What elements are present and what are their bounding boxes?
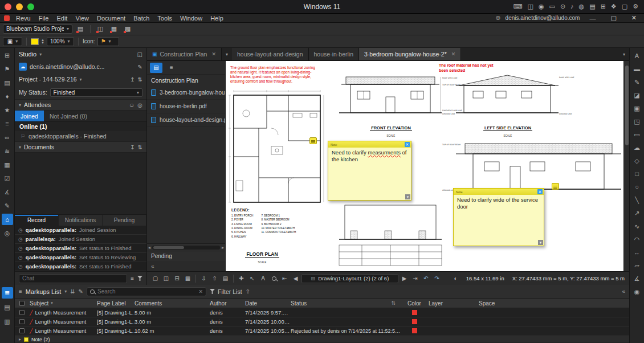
- close-tab-icon[interactable]: ✕: [211, 51, 216, 57]
- menu-document[interactable]: Document: [93, 15, 129, 22]
- menu-revu[interactable]: Revu: [12, 15, 35, 22]
- menu-help[interactable]: Help: [206, 15, 227, 22]
- session-file-row[interactable]: house-in-berlin.pdf: [147, 100, 225, 113]
- red-annotation-roof[interactable]: The roof material has not yet been selec…: [439, 63, 503, 74]
- my-tools-icon[interactable]: ★: [2, 104, 13, 116]
- network-icon[interactable]: ❖: [611, 3, 617, 10]
- column-page-label[interactable]: Page Label: [97, 300, 134, 307]
- record-row[interactable]: ◷qadesktopparallels:Set status to Finish…: [15, 262, 146, 271]
- undo-icon[interactable]: ↶: [421, 273, 431, 284]
- thumbnails-icon[interactable]: ⊞: [2, 50, 13, 61]
- column-space[interactable]: Space: [479, 300, 629, 307]
- panel-menu-icon[interactable]: ≡: [19, 288, 22, 295]
- note-anchor-icon[interactable]: [309, 137, 317, 144]
- collapse-panel-icon[interactable]: «: [147, 261, 225, 271]
- select-all-checkbox[interactable]: [19, 301, 25, 306]
- pending-section[interactable]: Pending: [147, 251, 225, 261]
- document-list-icon[interactable]: ▤: [150, 63, 162, 73]
- markup-row[interactable]: ╱Length Measurement[5] Drawing1-L...10.6…: [15, 326, 629, 336]
- filter-settings-icon[interactable]: ≡: [165, 63, 178, 73]
- search-icon[interactable]: ◎: [2, 227, 13, 239]
- column-color[interactable]: Color: [400, 300, 429, 307]
- document-tab[interactable]: ▣Construction Plan✕: [147, 48, 222, 60]
- polygon-tool-icon[interactable]: ◇: [631, 155, 643, 166]
- column-status[interactable]: Status⇅: [291, 300, 400, 307]
- attendees-header[interactable]: ▾ Attendees ☺ ◎: [15, 99, 146, 111]
- sort-documents-icon[interactable]: ⇅: [138, 144, 142, 150]
- account-email[interactable]: denis.ainetdinov@alludo.com: [506, 15, 580, 21]
- menu-file[interactable]: File: [35, 15, 53, 22]
- markup-row[interactable]: ╱Length Measurement[5] Drawing1-L...5.00…: [15, 308, 629, 317]
- polyline-tool-icon[interactable]: ∿: [631, 220, 643, 232]
- record-row[interactable]: ◷qadesktopparallels:Set status to Finish…: [15, 244, 146, 253]
- arc-tool-icon[interactable]: ◠: [631, 234, 643, 245]
- invite-attendee-icon[interactable]: ☺: [129, 102, 134, 108]
- properties-icon[interactable]: ≡: [2, 118, 13, 129]
- note-tool-icon[interactable]: ▣: [631, 103, 643, 114]
- last-page-icon[interactable]: ⇥: [410, 273, 420, 284]
- profile-layout-3-icon[interactable]: ▩: [122, 24, 133, 34]
- scroll-left-icon[interactable]: ◂: [148, 245, 150, 250]
- disk-icon[interactable]: ⊞: [601, 3, 606, 10]
- measurements-icon[interactable]: ∡: [2, 186, 13, 198]
- row-checkbox[interactable]: [19, 319, 25, 324]
- files-hscrollbar[interactable]: ◂ ▸: [147, 243, 225, 251]
- document-tab[interactable]: 3-bedroom-bungalow-house-2*✕: [359, 48, 461, 60]
- fullscreen-icon[interactable]: ▢: [622, 3, 627, 10]
- row-checkbox[interactable]: [19, 328, 25, 333]
- display-icon[interactable]: ◫: [527, 3, 533, 10]
- column-subject[interactable]: Subject▾: [28, 300, 97, 307]
- color-swatch[interactable]: [31, 38, 39, 45]
- clear-search-icon[interactable]: ✕: [198, 289, 203, 295]
- markup-color-swatch[interactable]: [412, 310, 417, 315]
- find-attendee-icon[interactable]: ◎: [137, 102, 142, 108]
- close-note-icon[interactable]: ✕: [537, 189, 543, 194]
- note-scroll-icon[interactable]: ▼: [405, 194, 410, 199]
- tool-properties-dropdown[interactable]: ▣ ▾: [3, 37, 22, 46]
- single-page-view-icon[interactable]: ▢: [150, 273, 160, 284]
- highlight-tool-icon[interactable]: ▬: [631, 63, 643, 75]
- close-tab-icon[interactable]: ✕: [451, 51, 456, 57]
- snapshot-tool-icon[interactable]: ◉: [631, 286, 643, 297]
- pdf-viewport[interactable]: ROOF APEX LINE TOP OF ROOF BEAM FINISHED…: [226, 61, 629, 271]
- record-row[interactable]: ◷qadesktopparallels:Joined Session: [15, 226, 146, 235]
- chat-filter-icon[interactable]: [137, 276, 142, 281]
- callout-tool-icon[interactable]: ◳: [631, 116, 643, 127]
- menu-batch[interactable]: Batch: [129, 15, 153, 22]
- markup-summary-icon[interactable]: ▤: [2, 301, 13, 313]
- menu-view[interactable]: View: [71, 15, 93, 22]
- red-annotation-text[interactable]: The ground floor plan emphasizes functio…: [230, 66, 321, 84]
- maximize-button[interactable]: ▢: [605, 14, 621, 22]
- scroll-right-icon[interactable]: ▸: [222, 245, 224, 250]
- close-button[interactable]: ✕: [626, 14, 642, 22]
- column-comments[interactable]: Comments: [134, 300, 210, 307]
- studio-session-icon[interactable]: ▤: [75, 24, 86, 34]
- text-tool-icon[interactable]: A: [631, 50, 643, 62]
- record-row[interactable]: ◷qadesktopparallels:Set status to Review…: [15, 253, 146, 262]
- settings-icon[interactable]: ⚙: [633, 3, 638, 10]
- add-document-icon[interactable]: ↧: [130, 144, 134, 150]
- close-note-icon[interactable]: ✕: [405, 142, 410, 147]
- markup-row[interactable]: ╱Length Measurement[5] Drawing1-L...3.00…: [15, 317, 629, 326]
- side-by-side-view-icon[interactable]: ◫: [161, 273, 171, 284]
- battery-icon[interactable]: ▭: [549, 3, 555, 10]
- zoom-select[interactable]: 100% ▾: [47, 37, 74, 46]
- note-group-row[interactable]: ▸ Note (2): [15, 336, 629, 342]
- sound-icon[interactable]: ♪: [570, 3, 574, 10]
- sort-icon[interactable]: ⇅: [138, 76, 142, 83]
- pages-icon[interactable]: ▤: [221, 273, 230, 284]
- record-row[interactable]: ◷parallelsqa:Joined Session: [15, 235, 146, 244]
- ellipse-tool-icon[interactable]: ○: [631, 181, 643, 193]
- text-select-tool-icon[interactable]: A: [258, 273, 268, 284]
- upload-icon[interactable]: ↥: [130, 76, 134, 83]
- pen-tool-icon[interactable]: ✎: [631, 76, 643, 88]
- chat-input[interactable]: [19, 274, 127, 283]
- spaces-icon[interactable]: ▦: [2, 159, 13, 170]
- printer-icon[interactable]: ▤: [589, 3, 595, 10]
- page-down-icon[interactable]: ⇩: [199, 273, 209, 284]
- minimize-button[interactable]: —: [584, 15, 601, 22]
- pdf-vscrollbar[interactable]: [623, 61, 629, 271]
- signatures-icon[interactable]: ✎: [2, 200, 13, 211]
- icon-select[interactable]: ⚑ ▾: [97, 37, 119, 46]
- tab-pending[interactable]: Pending: [103, 215, 146, 226]
